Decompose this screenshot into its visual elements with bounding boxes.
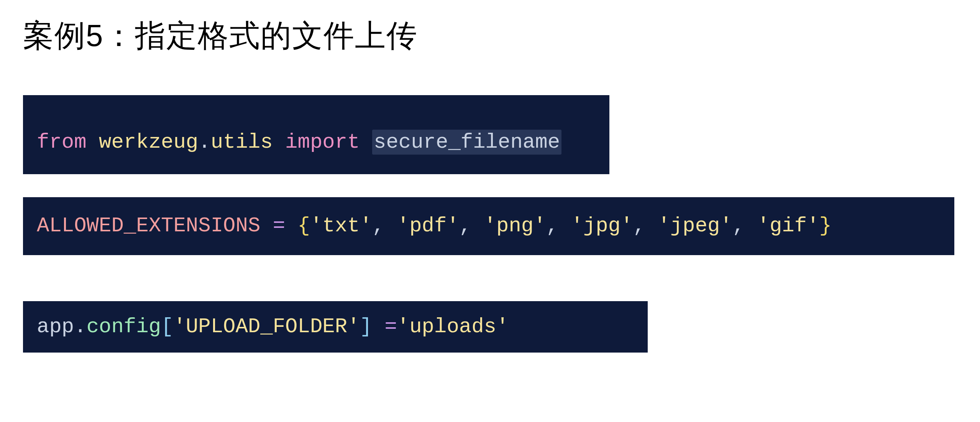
code-block-allowed-extensions: ALLOWED_EXTENSIONS = {'txt', 'pdf', 'png… [23, 197, 954, 255]
identifier-app: app [37, 315, 74, 338]
slide-heading: 案例5：指定格式的文件上传 [23, 15, 957, 57]
module-werkzeug: werkzeug [99, 130, 198, 154]
string-gif: 'gif' [757, 214, 819, 237]
operator-equals: = [384, 315, 397, 338]
string-png: 'png' [484, 214, 546, 237]
string-uploads: 'uploads' [397, 315, 509, 338]
operator-equals: = [273, 214, 285, 237]
bracket-close: ] [360, 315, 372, 338]
constant-allowed-extensions: ALLOWED_EXTENSIONS [37, 214, 260, 237]
comma: , [633, 214, 658, 237]
brace-close: } [819, 214, 832, 237]
property-config: config [87, 315, 161, 338]
identifier-secure-filename: secure_filename [372, 130, 561, 155]
string-jpg: 'jpg' [571, 214, 633, 237]
comma: , [459, 214, 484, 237]
string-txt: 'txt' [310, 214, 372, 237]
brace-open: { [298, 214, 310, 237]
string-upload-folder-key: 'UPLOAD_FOLDER' [173, 315, 359, 338]
space [260, 214, 272, 237]
code-block-import: from werkzeug.utils import secure_filena… [23, 95, 609, 174]
comma: , [372, 214, 397, 237]
space [285, 214, 297, 237]
dot: . [198, 130, 210, 154]
dot: . [74, 315, 86, 338]
string-jpeg: 'jpeg' [658, 214, 732, 237]
keyword-import: import [273, 130, 372, 154]
bracket-open: [ [161, 315, 173, 338]
space [372, 315, 384, 338]
submodule-utils: utils [211, 130, 273, 154]
comma: , [732, 214, 757, 237]
string-pdf: 'pdf' [397, 214, 459, 237]
code-block-upload-folder: app.config['UPLOAD_FOLDER'] ='uploads' [23, 301, 648, 353]
keyword-from: from [37, 130, 99, 154]
comma: , [546, 214, 571, 237]
